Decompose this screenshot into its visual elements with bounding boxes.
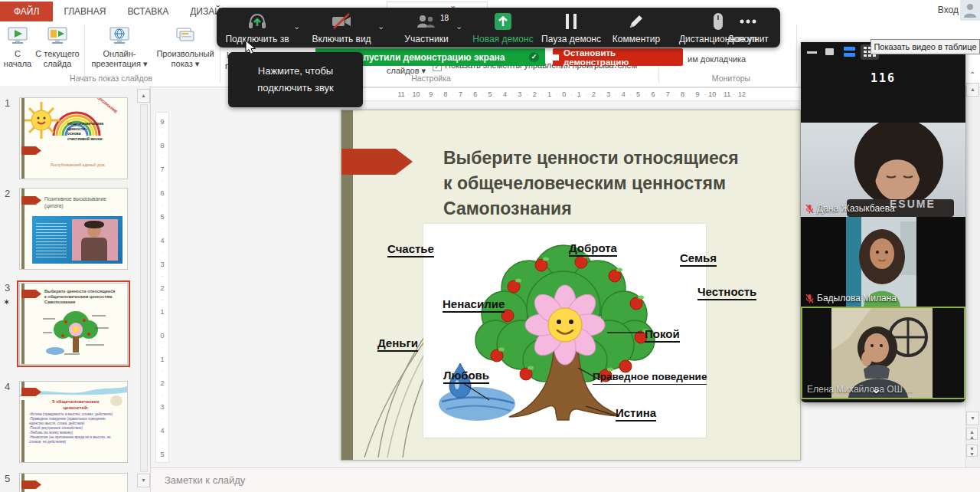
video-tile-2[interactable]: Бадылова Милана [801, 217, 965, 307]
video-tile-1[interactable]: ESUME Дана Жазыкбаева [801, 123, 965, 217]
thumbs-scroll-up-button[interactable]: ▲ [137, 89, 150, 103]
thumb-number-2: 2 [5, 188, 10, 199]
thumb-banner [21, 290, 41, 298]
tab-file[interactable]: ФАЙЛ [0, 2, 53, 21]
headset-icon [247, 12, 267, 31]
video-options-chevron[interactable]: ⌄ [377, 21, 384, 31]
value-label-happiness[interactable]: Счастье [387, 242, 434, 257]
next-slide-button[interactable]: ▼▼ [966, 444, 978, 457]
thumb4-bullets: -Истина (правдивость в мыслях, словах, д… [29, 412, 119, 444]
participants-count-badge: 18 [440, 14, 449, 22]
horizontal-ruler: 11·10·9·8·7·6·5·4·3·2·1·0·1·2·3·4·5·6·7·… [341, 87, 802, 101]
vertical-ruler: 9·8·7·6·5·4·3·2·1·0·1·2·3·4·5·6·7·8 [155, 112, 169, 463]
value-label-righteous-conduct[interactable]: Праведное поведение [593, 370, 707, 385]
thumb1-title: общечеловеческие ценности - основа счаст… [67, 121, 103, 141]
muted-mic-icon [805, 294, 814, 303]
thumb2-photo [72, 219, 118, 261]
collapse-videos-chevron[interactable]: ⌄ [871, 382, 881, 396]
restore-window-icon[interactable] [825, 48, 834, 55]
participants-options-chevron[interactable]: ⌄ [456, 21, 462, 31]
main-scroll-down-button[interactable]: ▼ [966, 412, 979, 425]
slideshow-current-icon [46, 25, 69, 48]
notes-bar[interactable]: Заметки к слайду [151, 467, 980, 492]
slide-thumbnails-panel: 1 общечеловеческие ценности - основа сча… [0, 86, 151, 492]
more-button[interactable]: Дополнит [719, 12, 777, 46]
new-share-label: Новая демонс [472, 34, 533, 46]
more-dots-icon [737, 12, 759, 31]
main-scrollbar[interactable] [965, 65, 980, 469]
value-label-kindness[interactable]: Доброта [569, 241, 617, 257]
tab-insert[interactable]: ВСТАВКА [116, 2, 179, 21]
new-share-button[interactable]: Новая демонс [469, 12, 537, 46]
slide-title[interactable]: Выберите ценности относящиеся к общечело… [443, 146, 788, 221]
thumbs-scroll-down-button[interactable]: ▼ [137, 474, 150, 487]
sign-in-link[interactable]: Вход [938, 5, 959, 15]
participant-name-1: Дана Жазыкбаева [805, 203, 895, 214]
value-label-nonviolence[interactable]: Ненасилие [443, 297, 505, 313]
custom-show-button[interactable]: Произвольный показ ▾ [153, 25, 217, 69]
custom-show-icon [174, 25, 197, 48]
group-monitors: Мониторы [666, 74, 796, 83]
notes-label: Заметки к слайду [165, 474, 245, 486]
thumb2-title: Позитивное высказывание (цитата) [44, 195, 106, 209]
value-label-honesty[interactable]: Честность [697, 285, 756, 300]
from-current-slide-label: С текущего слайда [35, 49, 79, 69]
slide-thumbnail-4[interactable]: 5 общечеловеческих ценностей: -Истина (п… [19, 381, 128, 463]
value-label-family[interactable]: Семья [680, 251, 717, 267]
value-label-truth[interactable]: Истина [616, 406, 656, 421]
thumb2-text-lines [36, 221, 67, 259]
stop-share-label: Остановить демонстрацию [564, 48, 683, 67]
tab-home[interactable]: ГЛАВНАЯ [53, 2, 116, 21]
pause-share-button[interactable]: Пауза демонс [538, 12, 604, 46]
thumb-banner [21, 481, 41, 489]
stop-share-button[interactable]: Остановить демонстрацию [553, 48, 683, 66]
video-off-icon [331, 12, 352, 31]
value-label-money[interactable]: Деньги [377, 336, 418, 352]
mouse-cursor [245, 40, 257, 55]
start-video-button[interactable]: Включить вид [307, 12, 376, 46]
minimize-icon[interactable] [807, 51, 817, 54]
thumbs-scrollbar-track[interactable] [140, 104, 148, 472]
main-scroll-up-button[interactable]: ▲ [966, 83, 979, 97]
thumb-number-5: 5 [5, 473, 10, 484]
from-beginning-button[interactable]: С начала [3, 25, 32, 69]
pause-share-label: Пауза демонс [541, 34, 601, 46]
screen: ФАЙЛ ГЛАВНАЯ ВСТАВКА ДИЗАЙН ПЕРЕХОДЫ АНИ… [0, 0, 980, 492]
person-icon [963, 2, 977, 18]
previous-slide-button[interactable]: ▲▲ [966, 428, 978, 440]
slide-thumbnail-3-selected[interactable]: Выберите ценности относящиеся к общечело… [19, 283, 128, 365]
annotate-button[interactable]: Комментир [606, 12, 667, 46]
video-tile-3-active[interactable]: Елена Михайлова ОШ ... ⌄ [801, 307, 965, 399]
thumb-number-3: 3 [5, 282, 10, 294]
account-avatar[interactable] [960, 0, 980, 21]
online-presentation-button[interactable]: Онлайн- презентация ▾ [87, 25, 152, 69]
audio-options-chevron[interactable]: ⌄ [293, 21, 300, 31]
value-label-peace[interactable]: Покой [645, 327, 680, 343]
join-audio-button[interactable]: Подключить зв [223, 12, 292, 46]
ribbon-separator [796, 25, 797, 83]
participants-icon [415, 12, 438, 31]
online-presentation-icon [108, 25, 131, 48]
slide-canvas[interactable]: Выберите ценности относящиеся к общечело… [341, 110, 801, 461]
zoom-meeting-toolbar: Подключить зв ⌄ Включить вид ⌄ Участники… [217, 8, 780, 48]
thumb4-flower-doodle [110, 395, 122, 406]
muted-mic-icon [805, 204, 814, 214]
from-beginning-label: С начала [4, 49, 31, 69]
thumb-banner [21, 146, 41, 155]
from-current-slide-button[interactable]: С текущего слайда [34, 25, 81, 69]
participants-button[interactable]: Участники [391, 12, 462, 46]
meeting-counter: 116 [801, 71, 965, 85]
thumb2-quote-box [32, 216, 122, 264]
pause-icon [564, 12, 579, 31]
online-presentation-label: Онлайн- презентация ▾ [91, 49, 147, 69]
value-label-love[interactable]: Любовь [443, 369, 489, 384]
presenter-view-checkbox[interactable]: им докладчика [688, 54, 746, 64]
slide-thumbnail-5[interactable] [19, 473, 128, 492]
slide-thumbnail-1[interactable]: общечеловеческие ценности - основа счаст… [19, 97, 128, 179]
slide-thumbnail-2[interactable]: Позитивное высказывание (цитата) [19, 188, 128, 270]
checkmark-icon: ✓ [529, 52, 539, 62]
speaker-view-icon[interactable] [844, 47, 855, 57]
collapse-ribbon-chevron[interactable]: ⌃ [969, 71, 975, 79]
slideshow-play-icon [6, 25, 29, 48]
group-start-slideshow: Начать показ слайдов [46, 74, 176, 83]
